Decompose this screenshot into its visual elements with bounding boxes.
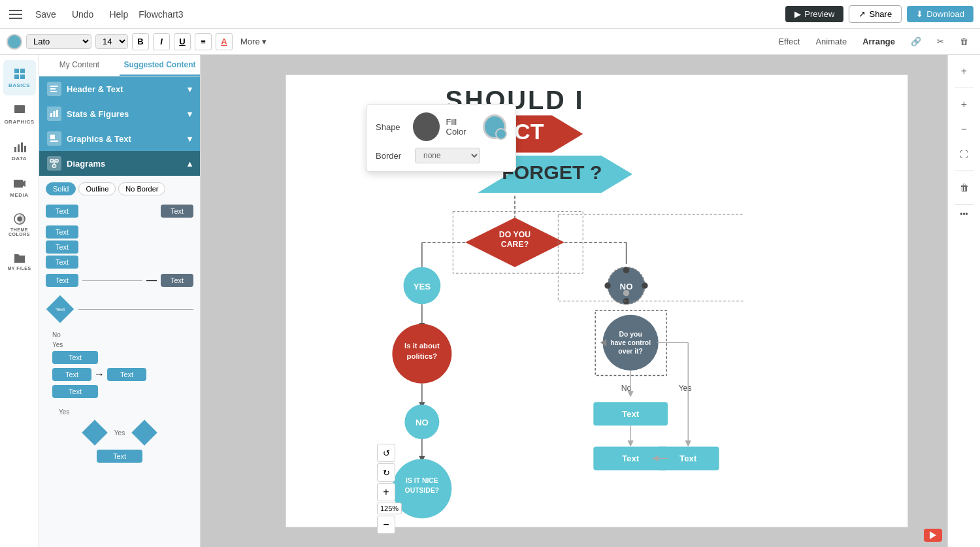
svg-text:YES: YES <box>414 282 431 291</box>
svg-marker-83 <box>685 440 691 446</box>
svg-rect-3 <box>20 75 25 79</box>
rotate-button[interactable]: ↺ <box>377 444 395 462</box>
svg-rect-13 <box>50 86 58 87</box>
undo-button[interactable]: Undo <box>67 7 99 22</box>
border-select[interactable]: none solid dashed dotted <box>415 148 480 163</box>
shape-row: Shape Fill Color <box>376 112 506 141</box>
zoom-out-button[interactable]: − <box>953 118 975 141</box>
align-button[interactable]: ≡ <box>195 33 212 50</box>
svg-rect-18 <box>56 110 58 117</box>
sidebar-item-data[interactable]: DATA <box>3 133 36 169</box>
link-button[interactable]: 🔗 <box>906 35 926 48</box>
diag-diamond-left[interactable] <box>82 420 108 446</box>
color-button[interactable]: A <box>216 33 233 50</box>
crop-button[interactable]: ✂ <box>932 35 949 48</box>
graphics-label: GRAPHICS <box>4 119 34 125</box>
app-name: Flowchart3 <box>139 9 183 20</box>
text-color-dot[interactable] <box>7 34 22 50</box>
section-diagrams[interactable]: Diagrams ▴ <box>39 151 200 176</box>
graphics-text-label: Graphics & Text <box>67 134 131 144</box>
diag-line-1 <box>82 280 142 281</box>
diag-diamond-row: Yes <box>80 418 159 447</box>
sidebar-item-theme-colors[interactable]: THEME COLORS <box>3 207 36 242</box>
section-graphics-text[interactable]: Graphics & Text ▾ <box>39 126 200 151</box>
svg-rect-14 <box>50 88 56 90</box>
diag-tab-no-border[interactable]: No Border <box>118 182 165 195</box>
header-text-icon <box>47 82 61 96</box>
animate-button[interactable]: Animate <box>810 35 852 48</box>
svg-point-46 <box>642 282 647 288</box>
underline-button[interactable]: U <box>174 33 191 50</box>
media-label: MEDIA <box>10 192 28 198</box>
help-button[interactable]: Help <box>104 7 133 22</box>
diag-flow-box-2[interactable]: Text <box>52 368 91 381</box>
diag-box-text-1[interactable]: Text <box>46 205 78 218</box>
download-button[interactable]: ⬇ Download <box>907 6 973 22</box>
delete-button[interactable]: 🗑 <box>955 35 973 48</box>
diag-vertical-flow: No Yes Text Text → Text Text <box>46 331 193 398</box>
more-button[interactable]: More ▾ <box>237 35 270 48</box>
svg-rect-9 <box>24 146 26 152</box>
sidebar-item-my-files[interactable]: MY FILES <box>3 243 36 278</box>
diag-flow-box-4[interactable]: Text <box>52 385 98 398</box>
diagrams-grid: Solid Outline No Border Text Text Text T… <box>39 176 200 469</box>
fill-color-picker[interactable] <box>483 114 506 139</box>
arrow-icon-1: — <box>146 274 157 286</box>
stats-label: Stats & Figures <box>67 109 129 119</box>
youtube-icon[interactable] <box>924 529 942 542</box>
svg-rect-17 <box>54 111 56 117</box>
diag-diamond-label: Text <box>56 307 65 312</box>
tab-my-content[interactable]: My Content <box>39 55 120 76</box>
diag-tab-outline[interactable]: Outline <box>78 182 116 195</box>
trash-button[interactable]: 🗑 <box>953 176 975 199</box>
add-button[interactable]: + <box>953 60 975 82</box>
svg-marker-77 <box>627 440 633 446</box>
diag-tab-solid[interactable]: Solid <box>46 182 76 195</box>
italic-button[interactable]: I <box>153 33 170 50</box>
bold-button[interactable]: B <box>132 33 149 50</box>
tab-suggested-content[interactable]: Suggested Content <box>120 55 200 76</box>
more-dots[interactable]: ••• <box>960 210 968 219</box>
diag-bottom-text-box[interactable]: Text <box>97 450 142 463</box>
right-panel: + + − ⛶ 🗑 ••• <box>947 55 980 547</box>
arrange-button[interactable]: Arrange <box>857 35 900 48</box>
share-button[interactable]: ↗ Share <box>849 5 902 23</box>
diag-stack-box-1[interactable]: Text <box>46 225 78 239</box>
diag-flow-box-1[interactable]: Text <box>52 351 98 364</box>
shape-circle-preview[interactable] <box>413 112 440 141</box>
diag-stack-1: Text Text Text <box>46 225 193 269</box>
diag-row-1: Text Text <box>46 205 193 218</box>
diag-box-text-2[interactable]: Text <box>161 205 193 218</box>
graphics-text-chevron: ▾ <box>188 134 192 144</box>
svg-marker-73 <box>627 391 633 397</box>
sidebar-item-graphics[interactable]: GRAPHICS <box>3 97 36 132</box>
sidebar-item-basics[interactable]: BASICS <box>3 60 36 95</box>
sidebar-item-media[interactable]: MEDIA <box>3 170 36 205</box>
save-button[interactable]: Save <box>30 7 61 22</box>
diag-yes-mid: Yes <box>114 429 125 437</box>
section-header-text[interactable]: Header & Text ▾ <box>39 76 200 101</box>
zoom-rotate2-button[interactable]: ↻ <box>377 463 395 482</box>
diag-row3-box[interactable]: Text <box>46 274 78 287</box>
diag-stack-box-3[interactable]: Text <box>46 256 78 269</box>
svg-text:NO: NO <box>620 282 633 291</box>
effect-button[interactable]: Effect <box>773 35 805 48</box>
diag-flow-box-3[interactable]: Text <box>107 368 146 381</box>
diag-tabs: Solid Outline No Border <box>46 182 193 195</box>
fill-color-label: Fill Color <box>446 117 477 137</box>
play-icon: ▶ <box>794 9 801 19</box>
section-stats-figures[interactable]: Stats & Figures ▾ <box>39 101 200 126</box>
hamburger-menu[interactable] <box>7 5 25 24</box>
zoom-minus-button[interactable]: − <box>377 516 395 534</box>
diag-diamond-right[interactable] <box>131 420 157 446</box>
fullscreen-button[interactable]: ⛶ <box>953 143 975 165</box>
diag-stack-box-2[interactable]: Text <box>46 240 78 254</box>
diag-dark-oval[interactable]: Text <box>161 274 193 287</box>
svg-point-12 <box>18 217 22 221</box>
font-selector[interactable]: Lato <box>26 34 91 49</box>
basics-label: BASICS <box>8 82 30 88</box>
font-size-selector[interactable]: 14 <box>95 34 128 49</box>
preview-button[interactable]: ▶ Preview <box>785 6 843 22</box>
zoom-plus-button[interactable]: + <box>377 483 395 501</box>
zoom-in-button[interactable]: + <box>953 93 975 116</box>
